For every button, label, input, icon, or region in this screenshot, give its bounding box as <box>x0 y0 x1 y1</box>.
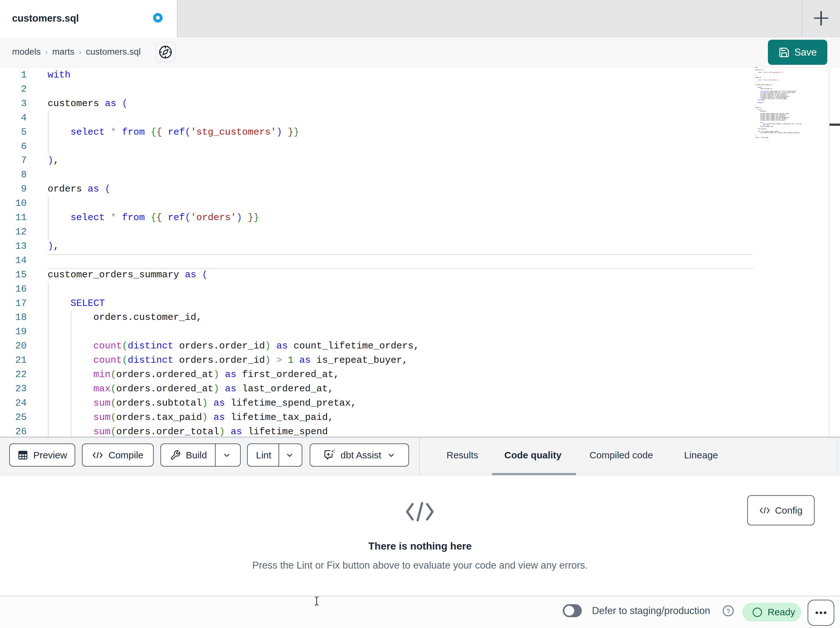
svg-text:?: ? <box>726 607 730 615</box>
